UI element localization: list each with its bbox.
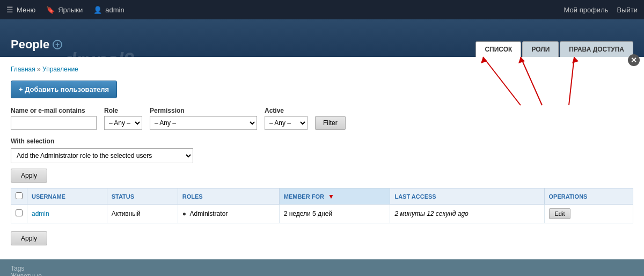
permission-filter-label: Permission bbox=[150, 107, 257, 114]
with-selection-label: With selection bbox=[11, 137, 633, 145]
header-username: USERNAME bbox=[27, 188, 107, 205]
menu-button[interactable]: ☰ Меню bbox=[6, 5, 35, 14]
add-user-button[interactable]: + Добавить пользователя bbox=[11, 81, 117, 98]
bookmark-icon: 🔖 bbox=[46, 6, 55, 14]
header-roles: ROLES bbox=[178, 188, 279, 205]
user-menu[interactable]: 👤 admin bbox=[93, 6, 124, 14]
breadcrumb-home[interactable]: Главная bbox=[11, 66, 35, 73]
selection-select-row: Add the Administrator role to the select… bbox=[11, 148, 633, 163]
status-value: Активный bbox=[112, 210, 141, 217]
name-filter-group: Name or e-mail contains bbox=[11, 107, 97, 130]
user-icon: 👤 bbox=[93, 6, 102, 14]
apply-top-button[interactable]: Apply bbox=[11, 169, 47, 183]
watermark: drupal9 bbox=[64, 49, 134, 71]
table-row: admin Активный ● Administrator 2 недели … bbox=[11, 205, 633, 223]
with-selection-row: With selection Add the Administrator rol… bbox=[11, 137, 633, 163]
close-button[interactable]: ✕ bbox=[628, 54, 640, 66]
breadcrumb-separator: » bbox=[37, 66, 42, 73]
top-nav-right: Мой профиль Выйти bbox=[564, 6, 638, 14]
header-operations: OPERATIONS bbox=[544, 188, 633, 205]
apply-bottom-button[interactable]: Apply bbox=[11, 231, 47, 245]
add-icon[interactable]: + bbox=[53, 40, 62, 49]
active-filter-label: Active bbox=[265, 107, 308, 114]
member-for-value: 2 недели 5 дней bbox=[284, 210, 332, 217]
roles-value: Administrator bbox=[190, 210, 228, 217]
menu-label: Меню bbox=[17, 6, 35, 14]
svg-marker-3 bbox=[518, 57, 525, 63]
edit-button[interactable]: Edit bbox=[549, 208, 571, 219]
page-title: People bbox=[11, 38, 49, 52]
bookmarks-button[interactable]: 🔖 Ярлыки bbox=[46, 6, 83, 14]
username-link[interactable]: admin bbox=[32, 210, 49, 217]
svg-line-0 bbox=[483, 57, 521, 105]
row-username-cell: admin bbox=[27, 205, 107, 223]
top-navigation: ☰ Меню 🔖 Ярлыки 👤 admin Мой профиль Выйт… bbox=[0, 0, 644, 19]
users-table: USERNAME STATUS ROLES MEMBER FOR ▼ LAST … bbox=[11, 188, 633, 223]
active-filter-group: Active – Any – bbox=[265, 107, 308, 130]
name-filter-input[interactable] bbox=[11, 116, 97, 130]
row-roles-cell: ● Administrator bbox=[178, 205, 279, 223]
select-all-checkbox[interactable] bbox=[16, 192, 23, 199]
main-area: People + drupal9 СПИСОК РОЛИ ПРАВА ДОСТУ… bbox=[0, 19, 644, 276]
my-profile-link[interactable]: Мой профиль bbox=[564, 6, 609, 14]
row-checkbox-cell bbox=[11, 205, 27, 223]
header-last-access: LAST ACCESS bbox=[390, 188, 544, 205]
header-checkbox-col bbox=[11, 188, 27, 205]
row-status-cell: Активный bbox=[107, 205, 178, 223]
bullet-icon: ● bbox=[182, 210, 186, 217]
user-label: admin bbox=[105, 6, 124, 14]
last-access-value: 2 минуты 12 секунд ago bbox=[394, 210, 468, 217]
logout-link[interactable]: Выйти bbox=[617, 6, 638, 14]
svg-marker-5 bbox=[572, 57, 579, 63]
bookmarks-label: Ярлыки bbox=[58, 6, 83, 14]
sort-arrow-icon: ▼ bbox=[328, 193, 334, 200]
active-filter-select[interactable]: – Any – bbox=[265, 116, 308, 130]
svg-line-2 bbox=[521, 57, 542, 105]
header-status: STATUS bbox=[107, 188, 178, 205]
filter-button[interactable]: Filter bbox=[315, 116, 346, 130]
permission-filter-select[interactable]: – Any – bbox=[150, 116, 257, 130]
annotation-arrows bbox=[467, 46, 617, 111]
role-filter-group: Role – Any – bbox=[104, 107, 142, 130]
table-header-row: USERNAME STATUS ROLES MEMBER FOR ▼ LAST … bbox=[11, 188, 633, 205]
svg-line-4 bbox=[569, 57, 574, 105]
header-member-for[interactable]: MEMBER FOR ▼ bbox=[279, 188, 390, 205]
tags-item: Tags Животные bbox=[11, 265, 42, 276]
row-last-access-cell: 2 минуты 12 секунд ago bbox=[390, 205, 544, 223]
page-title-area: People + bbox=[11, 38, 62, 57]
role-filter-select[interactable]: – Any – bbox=[104, 116, 142, 130]
row-checkbox[interactable] bbox=[16, 209, 23, 216]
tags-label: Tags bbox=[11, 265, 42, 272]
animals-label: Животные bbox=[11, 272, 42, 276]
permission-filter-group: Permission – Any – bbox=[150, 107, 257, 130]
role-filter-label: Role bbox=[104, 107, 142, 114]
name-filter-label: Name or e-mail contains bbox=[11, 107, 97, 114]
selection-action-select[interactable]: Add the Administrator role to the select… bbox=[11, 148, 193, 163]
bottom-content: Tags Животные bbox=[0, 259, 644, 276]
hamburger-icon: ☰ bbox=[6, 5, 13, 14]
row-operations-cell: Edit bbox=[544, 205, 633, 223]
row-member-for-cell: 2 недели 5 дней bbox=[279, 205, 390, 223]
